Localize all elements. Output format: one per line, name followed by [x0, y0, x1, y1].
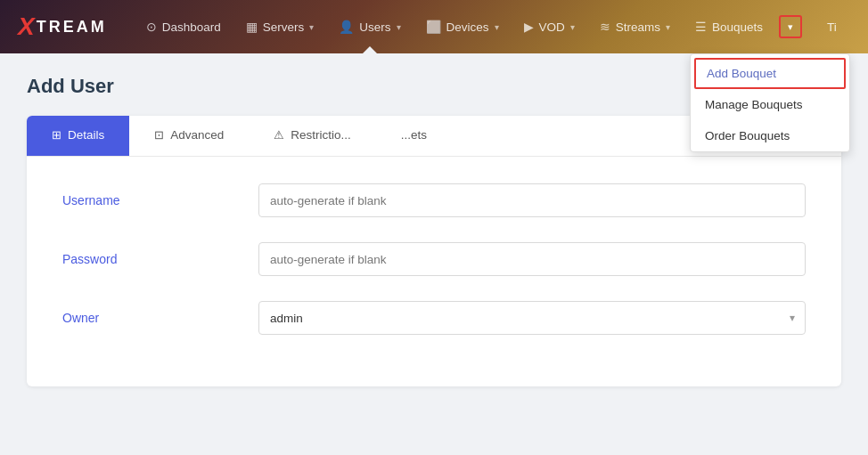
main-card: ⊞ Details ⊡ Advanced ⚠ Restrictio... ...… [27, 116, 841, 386]
nav-devices-label: Devices [446, 20, 489, 34]
nav-truncated-label: Ti [827, 20, 837, 34]
bouquets-dropdown-menu: Add Bouquet Manage Bouquets Order Bouque… [690, 53, 850, 152]
nav-dashboard[interactable]: ⊙ Dashboard [134, 0, 233, 53]
form-body: Username Password Owner admin ▾ [27, 157, 841, 386]
advanced-tab-icon: ⊡ [154, 128, 164, 142]
header: X TREAM ⊙ Dashboard ▦ Servers ▾ 👤 Users … [0, 0, 868, 53]
dropdown-order-bouquets[interactable]: Order Bouquets [691, 120, 849, 151]
nav-truncated[interactable]: Ti [815, 0, 849, 53]
tab-restrictions[interactable]: ⚠ Restrictio... [249, 116, 376, 156]
nav-users-label: Users [359, 20, 390, 34]
nav-streams-label: Streams [616, 20, 660, 34]
devices-icon: ⬜ [426, 20, 441, 34]
tab-advanced-label: Advanced [170, 128, 224, 142]
tab-restrictions-label: Restrictio... [291, 128, 351, 142]
streams-chevron-icon: ▾ [666, 22, 670, 32]
details-tab-icon: ⊞ [52, 128, 61, 142]
nav-servers[interactable]: ▦ Servers ▾ [233, 0, 327, 53]
tab-advanced[interactable]: ⊡ Advanced [129, 116, 249, 156]
nav-vod-label: VOD [539, 20, 565, 34]
nav-streams[interactable]: ≋ Streams ▾ [587, 0, 683, 53]
users-dropdown-indicator [363, 46, 377, 53]
dashboard-icon: ⊙ [146, 20, 157, 34]
logo[interactable]: X TREAM [18, 12, 107, 41]
owner-label: Owner [62, 311, 258, 325]
nav-devices[interactable]: ⬜ Devices ▾ [414, 0, 512, 53]
devices-chevron-icon: ▾ [495, 22, 499, 32]
users-icon: 👤 [339, 20, 354, 34]
password-input[interactable] [258, 242, 806, 276]
nav-servers-label: Servers [263, 20, 305, 34]
tab-details[interactable]: ⊞ Details [27, 116, 129, 156]
nav-bouquets-label: Bouquets [712, 20, 763, 34]
bouquets-chevron-icon: ▾ [788, 21, 793, 33]
nav-users[interactable]: 👤 Users ▾ [326, 0, 413, 53]
username-label: Username [62, 193, 258, 207]
owner-row: Owner admin ▾ [62, 301, 806, 335]
tab-bouquets[interactable]: ...ets [376, 116, 452, 156]
username-row: Username [62, 183, 806, 217]
dropdown-manage-bouquets[interactable]: Manage Bouquets [691, 89, 849, 120]
logo-text: TREAM [37, 18, 107, 37]
tab-bouquets-label: ...ets [401, 128, 427, 142]
streams-icon: ≋ [600, 20, 610, 34]
bouquets-dropdown-button[interactable]: ▾ [779, 15, 802, 38]
dropdown-add-bouquet[interactable]: Add Bouquet [694, 58, 846, 89]
nav-vod[interactable]: ▶ VOD ▾ [512, 0, 587, 53]
password-row: Password [62, 242, 806, 276]
username-input[interactable] [258, 183, 806, 217]
restrictions-tab-icon: ⚠ [274, 128, 284, 142]
nav-bouquets[interactable]: ☰ Bouquets ▾ [683, 0, 815, 53]
owner-select-wrapper: admin ▾ [258, 301, 806, 335]
page-title: Add User [27, 75, 114, 98]
logo-x: X [18, 12, 35, 41]
nav-dashboard-label: Dashboard [162, 20, 221, 34]
password-label: Password [62, 252, 258, 266]
main-nav: ⊙ Dashboard ▦ Servers ▾ 👤 Users ▾ ⬜ Devi… [134, 0, 850, 53]
servers-icon: ▦ [246, 20, 258, 34]
tab-details-label: Details [68, 128, 104, 142]
users-chevron-icon: ▾ [397, 22, 401, 32]
owner-select[interactable]: admin [258, 301, 806, 335]
bouquets-icon: ☰ [695, 20, 707, 34]
vod-chevron-icon: ▾ [570, 22, 575, 32]
vod-icon: ▶ [524, 20, 534, 34]
servers-chevron-icon: ▾ [309, 22, 314, 32]
